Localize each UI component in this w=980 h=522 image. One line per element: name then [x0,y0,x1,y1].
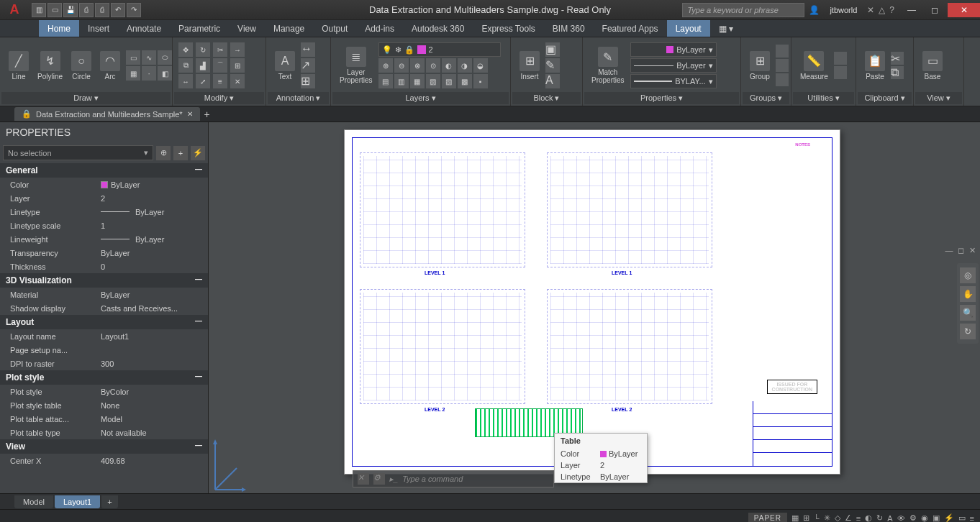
autodesk360-icon[interactable]: △ [879,5,885,15]
tool-array-icon[interactable]: ⊞ [230,58,245,73]
cut-icon[interactable]: ✂ [891,52,904,65]
tab-addins[interactable]: Add-ins [356,20,403,37]
property-row[interactable]: Linetype scale1 [0,219,208,232]
tool-attribute-icon[interactable]: A [545,74,560,88]
group-tool-icon[interactable] [776,73,789,86]
tool-rectangle-icon[interactable]: ▭ [126,50,140,65]
tab-output[interactable]: Output [313,20,356,37]
property-row[interactable]: Layout nameLayout1 [0,329,208,343]
add-layout-tab[interactable]: + [101,495,117,508]
property-category[interactable]: View— [0,439,208,454]
document-tab[interactable]: 🔒 Data Extraction and Multileaders Sampl… [14,107,200,121]
maximize-button[interactable]: ◻ [925,3,945,17]
property-category[interactable]: General— [0,163,208,178]
qat-redo-icon[interactable]: ↷ [127,3,141,17]
help-icon[interactable]: ? [889,5,894,15]
cmd-customize-icon[interactable]: ⚙ [373,473,385,485]
tab-featuredapps[interactable]: Featured Apps [594,20,667,37]
layer-tool-icon[interactable]: ⊖ [394,58,409,73]
close-tab-icon[interactable]: ✕ [187,110,193,118]
tool-region-icon[interactable]: ◧ [158,66,172,81]
layer-tool-icon[interactable]: ◐ [442,58,456,73]
tool-measure[interactable]: 📏Measure [797,50,831,82]
status-ortho-icon[interactable]: └ [814,514,820,523]
property-row[interactable]: Layer2 [0,191,208,205]
property-row[interactable]: Plot style tableNone [0,398,208,412]
layer-tool-icon[interactable]: ◒ [473,58,488,73]
status-transparency-icon[interactable]: ◐ [865,513,872,522]
space-toggle[interactable]: PAPER [748,513,787,523]
tool-text[interactable]: AText [272,50,298,82]
layer-tool-icon[interactable]: ⊙ [426,58,440,73]
panel-title-groups[interactable]: Groups ▾ [743,92,789,104]
tool-offset-icon[interactable]: ≡ [213,74,227,88]
tool-insert-block[interactable]: ⊞Insert [517,50,543,82]
property-category[interactable]: 3D Visualization— [0,273,208,288]
tool-arc[interactable]: ◠Arc [97,50,123,82]
status-osnap-icon[interactable]: ◇ [835,513,840,522]
tool-erase-icon[interactable]: ✕ [230,74,245,88]
tool-group[interactable]: ⊞Group [747,50,773,82]
tool-table-icon[interactable]: ⊞ [301,74,315,88]
selection-dropdown[interactable]: No selection▾ [3,145,153,160]
tool-layer-properties[interactable]: ≣Layer Properties [337,45,376,86]
property-row[interactable]: Shadow displayCasts and Receives... [0,301,208,315]
panel-title-utilities[interactable]: Utilities ▾ [793,92,854,104]
qat-open-icon[interactable]: ▭ [47,3,62,17]
tool-trim-icon[interactable]: ✂ [213,42,227,57]
property-row[interactable]: Plot table attac...Model [0,412,208,426]
tool-base-view[interactable]: ▭Base [920,50,945,82]
tab-extra-icon[interactable]: ▦ ▾ [710,20,742,37]
panel-title-clipboard[interactable]: Clipboard ▾ [858,92,912,104]
property-row[interactable]: TransparencyByLayer [0,246,208,260]
layer-tool-icon[interactable]: ⊗ [410,58,425,73]
tab-view[interactable]: View [229,20,265,37]
qat-new-icon[interactable]: ▥ [32,3,46,17]
status-monitor-icon[interactable]: ◉ [921,513,928,522]
tool-polyline[interactable]: ↯Polyline [35,50,65,82]
property-row[interactable]: Center X409.68 [0,454,208,467]
status-snap-icon[interactable]: ⊞ [803,513,809,522]
select-objects-icon[interactable]: + [173,146,188,160]
tool-spline-icon[interactable]: ∿ [142,50,156,65]
status-grid-icon[interactable]: ▦ [791,513,799,522]
status-isolate-icon[interactable]: ▣ [933,513,940,522]
nav-wheel-icon[interactable]: ◎ [960,267,976,283]
status-annovis-icon[interactable]: 👁 [897,514,905,523]
tool-create-block-icon[interactable]: ▣ [545,42,560,57]
layer-tool-icon[interactable]: ▪ [473,74,488,88]
tool-stretch-icon[interactable]: ↔ [178,74,193,88]
layer-tool-icon[interactable]: ▦ [410,74,425,88]
close-button[interactable]: ✕ [948,3,980,17]
vp-maximize-icon[interactable]: ◻ [956,246,966,255]
status-otrack-icon[interactable]: ∠ [845,513,852,522]
tool-point-icon[interactable]: · [142,66,156,81]
property-row[interactable]: LinetypeByLayer [0,205,208,219]
status-hardware-icon[interactable]: ⚡ [944,513,954,522]
status-workspace-icon[interactable]: ⚙ [909,513,917,522]
panel-title-layers[interactable]: Layers ▾ [332,92,509,104]
vp-minimize-icon[interactable]: — [944,246,954,255]
tool-move-icon[interactable]: ✥ [178,42,193,57]
tool-ellipse-icon[interactable]: ⬭ [158,50,172,65]
quick-select-icon[interactable]: ⚡ [191,146,205,160]
tool-leader-icon[interactable]: ↗ [301,58,315,73]
cmd-close-icon[interactable]: ✕ [358,473,369,485]
tab-expresstools[interactable]: Express Tools [473,20,543,37]
linetype-dropdown[interactable]: ByLayer▾ [630,58,717,73]
current-layer-dropdown[interactable]: 💡 ❄ 🔒 2 [378,42,501,57]
utility-tool-icon[interactable] [834,66,847,79]
panel-title-view[interactable]: View ▾ [915,92,962,104]
property-category[interactable]: Layout— [0,315,208,329]
copy-icon[interactable]: ⧉ [891,66,904,79]
tab-layout[interactable]: Layout [667,20,710,37]
status-lineweight-icon[interactable]: ≡ [856,514,861,523]
status-clean-icon[interactable]: ▭ [958,513,966,522]
tab-parametric[interactable]: Parametric [170,20,229,37]
tab-autodesk360[interactable]: Autodesk 360 [403,20,473,37]
tool-dimension-icon[interactable]: ↔ [301,42,315,57]
property-row[interactable]: Thickness0 [0,260,208,273]
property-row[interactable]: Page setup na... [0,343,208,357]
qat-plot-icon[interactable]: ⎙ [95,3,109,17]
layer-tool-icon[interactable]: ▩ [458,74,472,88]
